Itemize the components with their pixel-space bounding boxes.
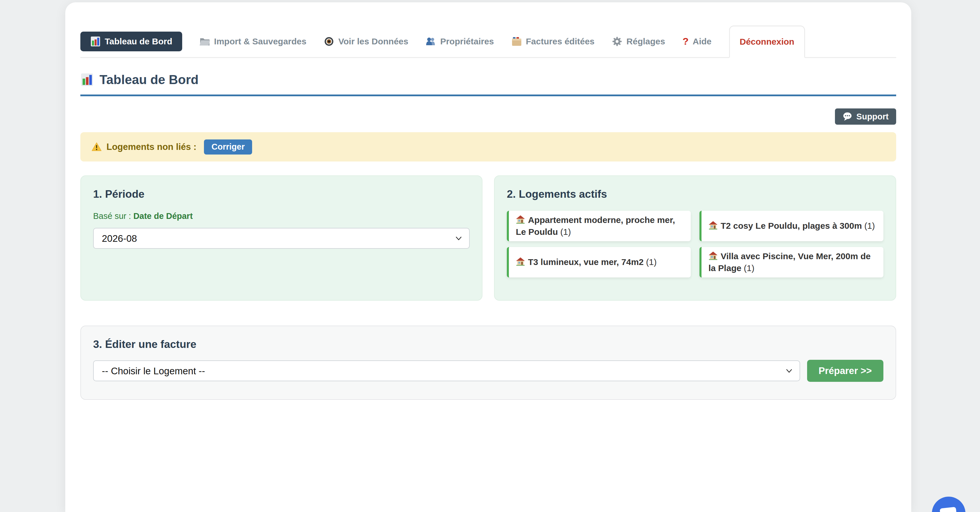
support-row: Support — [80, 108, 896, 125]
page-title-text: Tableau de Bord — [100, 73, 199, 87]
support-button-label: Support — [856, 112, 889, 122]
based-on-value: Date de Départ — [134, 211, 193, 220]
bar-chart-icon — [90, 36, 101, 47]
based-on-label: Basé sur : — [93, 211, 131, 220]
question-icon: ? — [682, 36, 689, 47]
logement-card: Appartement moderne, proche mer, Le Poul… — [507, 211, 691, 241]
logement-card: Villa avec Piscine, Vue Mer, 200m de la … — [700, 247, 883, 277]
house-icon — [708, 220, 718, 230]
users-icon — [426, 36, 436, 47]
chat-bubble-icon — [940, 507, 957, 512]
logement-count: (1) — [864, 221, 875, 230]
bar-chart-icon — [80, 73, 94, 86]
facture-row: -- Choisir le Logement -- Préparer >> — [93, 360, 883, 382]
nav-tab-proprietaires[interactable]: Propriétaires — [426, 36, 494, 47]
speech-bubble-icon — [843, 112, 852, 122]
month-select[interactable]: 2026-08 — [93, 228, 470, 249]
logements-title: 2. Logements actifs — [507, 188, 883, 200]
periode-title: 1. Période — [93, 188, 470, 200]
nav-tab-import-sauvegardes[interactable]: Import & Sauvegardes — [200, 36, 306, 47]
nav-tab-label: Propriétaires — [440, 36, 494, 46]
logements-section: 2. Logements actifs Appartement moderne,… — [494, 175, 896, 301]
eye-icon — [324, 36, 334, 47]
nav-tab-label: Voir les Données — [338, 36, 408, 46]
logement-count: (1) — [744, 263, 754, 273]
periode-section: 1. Période Basé sur : Date de Départ 202… — [80, 175, 482, 301]
nav-tab-factures-editees[interactable]: Factures éditées — [511, 36, 595, 47]
facture-section: 3. Éditer une facture -- Choisir le Loge… — [80, 326, 896, 400]
house-icon — [516, 215, 525, 224]
top-navigation: Tableau de Bord Import & Sauvegardes Voi… — [80, 25, 896, 58]
house-icon — [708, 251, 718, 260]
support-button[interactable]: Support — [835, 108, 896, 125]
sections-row: 1. Période Basé sur : Date de Départ 202… — [80, 175, 896, 301]
logement-count: (1) — [646, 257, 657, 267]
nav-tab-label: Déconnexion — [740, 37, 794, 47]
facture-title: 3. Éditer une facture — [93, 338, 883, 350]
nav-tab-label: Tableau de Bord — [105, 36, 172, 46]
main-panel: Tableau de Bord Import & Sauvegardes Voi… — [65, 2, 911, 512]
gear-icon — [612, 36, 622, 47]
logement-name: Villa avec Piscine, Vue Mer, 200m de la … — [708, 251, 871, 273]
logement-name: T2 cosy Le Pouldu, plages à 300m — [721, 221, 862, 230]
month-select-wrap: 2026-08 — [93, 228, 470, 249]
nav-tab-label: Aide — [692, 36, 711, 46]
warning-text: Logements non liés : — [107, 142, 196, 152]
house-icon — [516, 257, 525, 266]
logement-select-wrap: -- Choisir le Logement -- — [93, 360, 800, 381]
logement-card: T2 cosy Le Pouldu, plages à 300m (1) — [700, 211, 883, 241]
chat-widget-button[interactable] — [932, 497, 966, 512]
nav-tab-voir-les-donnees[interactable]: Voir les Données — [324, 36, 408, 47]
logements-grid: Appartement moderne, proche mer, Le Poul… — [507, 211, 883, 277]
based-on-line: Basé sur : Date de Départ — [93, 211, 470, 221]
card-index-icon — [511, 36, 522, 47]
preparer-button[interactable]: Préparer >> — [807, 360, 883, 382]
warning-icon — [91, 142, 102, 152]
warning-banner: Logements non liés : Corriger — [80, 132, 896, 162]
folder-icon — [200, 36, 210, 47]
nav-tab-label: Import & Sauvegardes — [214, 36, 306, 46]
logement-select[interactable]: -- Choisir le Logement -- — [93, 360, 800, 381]
logement-name: Appartement moderne, proche mer, Le Poul… — [516, 215, 675, 236]
nav-tab-label: Factures éditées — [526, 36, 595, 46]
logement-card: T3 lumineux, vue mer, 74m2 (1) — [507, 247, 691, 277]
nav-tab-deconnexion[interactable]: Déconnexion — [729, 25, 805, 58]
nav-tab-aide[interactable]: ? Aide — [682, 36, 712, 47]
logement-name: T3 lumineux, vue mer, 74m2 — [528, 257, 644, 267]
logement-count: (1) — [560, 227, 571, 236]
nav-tab-dashboard[interactable]: Tableau de Bord — [80, 32, 182, 51]
page-title: Tableau de Bord — [80, 73, 896, 96]
nav-tab-reglages[interactable]: Réglages — [612, 36, 665, 47]
nav-tab-label: Réglages — [626, 36, 665, 46]
corriger-button[interactable]: Corriger — [204, 139, 252, 155]
